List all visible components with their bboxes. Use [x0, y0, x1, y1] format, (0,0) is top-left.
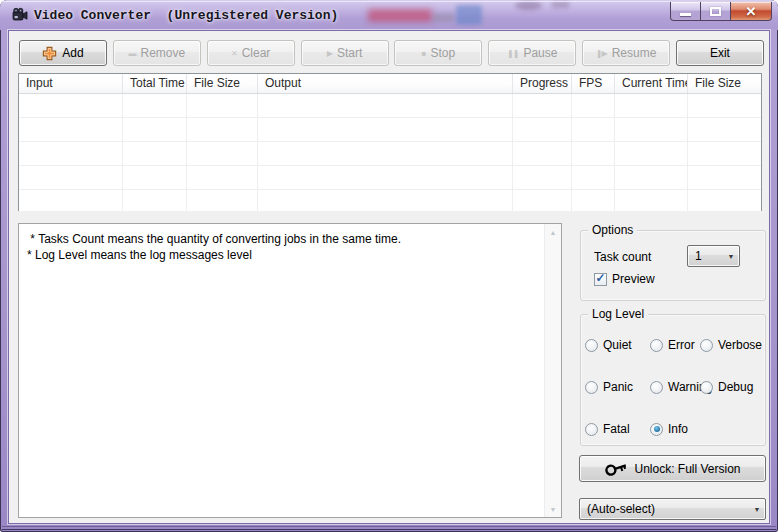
glass-reflection — [456, 5, 482, 25]
radio-verbose[interactable]: Verbose — [700, 338, 762, 352]
scroll-up-icon[interactable]: ▲ — [545, 224, 561, 240]
grid-column — [19, 94, 123, 211]
remove-icon: ▬ — [129, 49, 136, 58]
format-select[interactable]: (Auto-select) ▼ — [579, 498, 766, 520]
column-header-progress[interactable]: Progress — [513, 74, 572, 93]
clear-button[interactable]: ✕ Clear — [207, 40, 295, 66]
grid-column — [688, 94, 761, 211]
task-count-value: 1 — [688, 249, 723, 263]
start-icon: ▶ — [327, 49, 332, 58]
column-header-current-time[interactable]: Current Time — [615, 74, 688, 93]
button-label: Add — [62, 46, 83, 60]
log-level-group: Log Level Quiet Error Verbose Panic Warn… — [580, 314, 766, 446]
grid-column — [513, 94, 572, 211]
clear-icon: ✕ — [231, 49, 237, 58]
grid-column — [258, 94, 513, 211]
task-count-select[interactable]: 1 ▼ — [687, 245, 740, 267]
task-list-header: Input Total Time File Size Output Progre… — [19, 74, 761, 94]
radio-icon — [585, 423, 598, 436]
remove-button[interactable]: ▬ Remove — [113, 40, 201, 66]
task-count-label: Task count — [594, 250, 651, 264]
grid-column — [615, 94, 688, 211]
radio-icon — [700, 381, 713, 394]
task-list: Input Total Time File Size Output Progre… — [18, 73, 762, 211]
radio-icon — [650, 381, 663, 394]
app-window: Video Converter (Unregistered Version) ✕… — [0, 0, 778, 532]
button-label: Resume — [612, 46, 657, 60]
radio-icon — [650, 339, 663, 352]
column-header-output[interactable]: Output — [258, 74, 513, 93]
grid-lines — [19, 94, 761, 211]
grid-column — [187, 94, 258, 211]
log-line: * Tasks Count means the quantity of conv… — [27, 231, 540, 247]
task-list-body[interactable] — [19, 94, 761, 211]
radio-label: Panic — [603, 380, 633, 394]
column-header-file-size-2[interactable]: File Size — [688, 74, 761, 93]
video-camera-icon — [12, 7, 28, 23]
maximize-icon — [710, 7, 721, 16]
close-button[interactable]: ✕ — [730, 1, 772, 21]
button-label: Stop — [430, 46, 455, 60]
window-title: Video Converter (Unregistered Version) — [34, 8, 338, 23]
grid-column — [123, 94, 187, 211]
log-scrollbar[interactable]: ▲ ▼ — [544, 224, 561, 517]
minimize-button[interactable] — [670, 1, 701, 21]
glass-reflection — [515, 1, 542, 10]
column-header-input[interactable]: Input — [19, 74, 123, 93]
radio-icon — [585, 381, 598, 394]
radio-quiet[interactable]: Quiet — [585, 338, 632, 352]
preview-checkbox[interactable]: ✓ Preview — [594, 272, 655, 286]
radio-info[interactable]: Info — [650, 422, 688, 436]
unlock-full-version-button[interactable]: Unlock: Full Version — [579, 455, 766, 482]
button-label: Pause — [523, 46, 557, 60]
checkbox-box: ✓ — [594, 273, 607, 286]
glass-reflection — [368, 9, 432, 22]
scroll-down-icon[interactable]: ▼ — [545, 501, 561, 517]
start-button[interactable]: ▶ Start — [301, 40, 389, 66]
check-icon: ✓ — [595, 272, 605, 284]
window-frame-edge — [2, 526, 776, 530]
button-label: Start — [337, 46, 362, 60]
close-icon: ✕ — [746, 5, 757, 18]
toolbar: Add ▬ Remove ✕ Clear ▶ Start ■ Stop ❚❚ P… — [19, 40, 764, 66]
column-header-total-time[interactable]: Total Time — [123, 74, 187, 93]
column-header-file-size[interactable]: File Size — [187, 74, 258, 93]
stop-icon: ■ — [422, 49, 426, 58]
options-group: Options Task count 1 ▼ ✓ Preview — [580, 230, 766, 301]
radio-fatal[interactable]: Fatal — [585, 422, 630, 436]
radio-label: Quiet — [603, 338, 632, 352]
radio-label: Verbose — [718, 338, 762, 352]
preview-label: Preview — [612, 272, 655, 286]
radio-debug[interactable]: Debug — [700, 380, 753, 394]
radio-label: Fatal — [603, 422, 630, 436]
log-output[interactable]: * Tasks Count means the quantity of conv… — [18, 223, 562, 518]
button-label: Exit — [710, 46, 730, 60]
glass-reflection — [552, 1, 569, 8]
glass-reflection — [433, 13, 454, 22]
log-text: * Tasks Count means the quantity of conv… — [19, 224, 544, 517]
button-label: Remove — [141, 46, 186, 60]
client-area: Add ▬ Remove ✕ Clear ▶ Start ■ Stop ❚❚ P… — [8, 30, 770, 524]
radio-error[interactable]: Error — [650, 338, 695, 352]
maximize-button[interactable] — [700, 1, 731, 21]
pause-button[interactable]: ❚❚ Pause — [488, 40, 576, 66]
key-icon — [602, 458, 630, 482]
exit-button[interactable]: Exit — [676, 40, 764, 66]
chevron-down-icon: ▼ — [749, 506, 765, 513]
log-level-group-title: Log Level — [588, 307, 648, 322]
radio-icon — [650, 423, 663, 436]
add-button[interactable]: Add — [19, 40, 107, 66]
stop-button[interactable]: ■ Stop — [394, 40, 482, 66]
options-group-title: Options — [588, 223, 637, 238]
titlebar[interactable]: Video Converter (Unregistered Version) ✕ — [0, 0, 778, 30]
column-header-fps[interactable]: FPS — [572, 74, 615, 93]
log-line: * Log Level means the log messages level — [27, 247, 540, 263]
unlock-button-label: Unlock: Full Version — [634, 462, 740, 476]
button-label: Clear — [242, 46, 271, 60]
radio-label: Debug — [718, 380, 753, 394]
radio-icon — [585, 339, 598, 352]
radio-panic[interactable]: Panic — [585, 380, 633, 394]
grid-column — [572, 94, 615, 211]
resume-button[interactable]: ❚▶ Resume — [582, 40, 670, 66]
format-select-value: (Auto-select) — [580, 502, 749, 516]
